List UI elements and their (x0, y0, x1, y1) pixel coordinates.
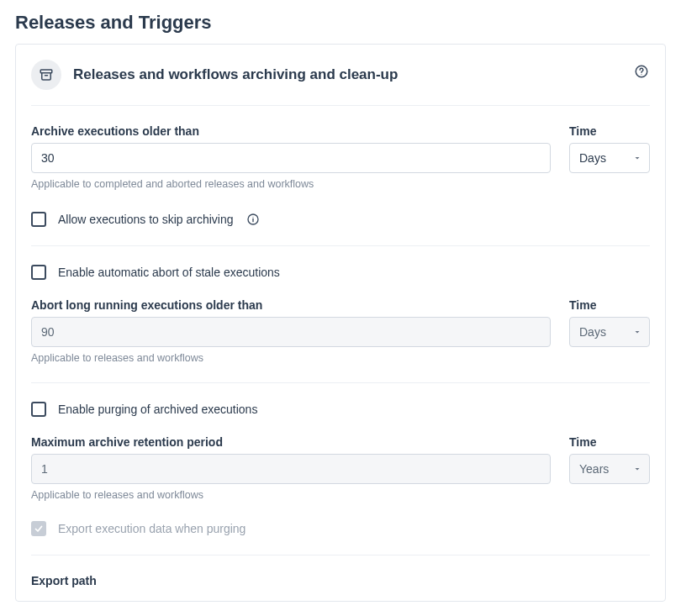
settings-card: Releases and workflows archiving and cle… (15, 44, 666, 602)
archive-label: Archive executions older than (31, 124, 551, 138)
skip-archiving-checkbox[interactable] (31, 212, 46, 227)
export-path-block: Export path (31, 555, 650, 601)
purge-block: Enable purging of archived executions Ma… (31, 383, 650, 555)
auto-abort-checkbox[interactable] (31, 265, 46, 280)
retention-hint: Applicable to releases and workflows (31, 489, 551, 501)
archive-time-select[interactable]: Days (569, 143, 650, 173)
retention-label: Maximum archive retention period (31, 435, 551, 449)
help-icon[interactable] (633, 63, 650, 80)
archive-block: Archive executions older than Applicable… (31, 106, 650, 246)
purge-label: Enable purging of archived executions (58, 403, 257, 416)
auto-abort-row: Enable automatic abort of stale executio… (31, 265, 650, 280)
info-icon[interactable] (245, 212, 261, 227)
export-on-purge-label: Export execution data when purging (58, 522, 245, 535)
abort-long-hint: Applicable to releases and workflows (31, 352, 551, 364)
skip-archiving-label: Allow executions to skip archiving (58, 213, 234, 226)
export-on-purge-row: Export execution data when purging (31, 521, 650, 536)
svg-point-6 (252, 217, 253, 218)
export-path-label: Export path (31, 574, 650, 587)
auto-abort-block: Enable automatic abort of stale executio… (31, 246, 650, 383)
purge-checkbox[interactable] (31, 402, 46, 417)
export-on-purge-checkbox (31, 521, 46, 536)
skip-archiving-row: Allow executions to skip archiving (31, 212, 650, 227)
archive-hint: Applicable to completed and aborted rele… (31, 178, 551, 190)
section-header: Releases and workflows archiving and cle… (31, 60, 650, 106)
abort-long-time-value: Days (579, 325, 606, 339)
section-title: Releases and workflows archiving and cle… (73, 66, 398, 83)
purge-row: Enable purging of archived executions (31, 402, 650, 417)
retention-value-input (31, 454, 551, 484)
auto-abort-label: Enable automatic abort of stale executio… (58, 266, 280, 279)
abort-long-time-select: Days (569, 317, 650, 347)
abort-long-value-input (31, 317, 551, 347)
retention-time-value: Years (579, 462, 609, 476)
chevron-down-icon (632, 327, 642, 337)
archive-time-label: Time (569, 124, 650, 138)
page-title: Releases and Triggers (15, 12, 666, 34)
abort-long-label: Abort long running executions older than (31, 298, 551, 312)
archive-time-value: Days (579, 151, 606, 165)
check-icon (34, 524, 44, 534)
svg-rect-0 (40, 70, 52, 73)
archive-icon (31, 60, 61, 90)
archive-value-input[interactable] (31, 143, 551, 173)
retention-time-label: Time (569, 435, 650, 449)
retention-time-select: Years (569, 454, 650, 484)
chevron-down-icon (632, 153, 642, 163)
chevron-down-icon (632, 464, 642, 474)
svg-point-3 (641, 74, 641, 75)
abort-long-time-label: Time (569, 298, 650, 312)
